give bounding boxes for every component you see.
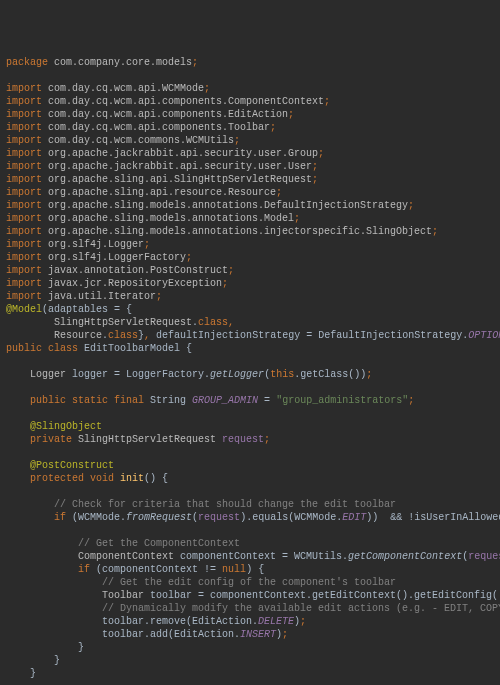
- const-type: String: [150, 395, 186, 406]
- tb-add: toolbar.add(EditAction: [102, 629, 234, 640]
- ann-post: @PostConstruct: [30, 460, 114, 471]
- if1-a: WCMMode: [78, 512, 120, 523]
- tb-chain: componentContext.getEditContext().getEdi…: [210, 590, 500, 601]
- class-sfx-1: class: [198, 317, 228, 328]
- if1-d: EDIT: [342, 512, 366, 523]
- comment-2: // Get the ComponentContext: [78, 538, 240, 549]
- const-mods: public static final: [30, 395, 144, 406]
- pkg-path: com.company.core.models: [54, 57, 192, 68]
- init-mods: protected void: [30, 473, 114, 484]
- dis-pre: DefaultInjectionStrategy: [318, 330, 462, 341]
- delete-const: DELETE: [258, 616, 294, 627]
- logger-factory: LoggerFactory: [126, 369, 204, 380]
- init-name: init: [120, 473, 144, 484]
- if1-b: fromRequest: [126, 512, 192, 523]
- tb-remove: toolbar.remove(EditAction: [102, 616, 252, 627]
- adaptables-label: adaptables: [48, 304, 108, 315]
- gcc: getComponentContext: [348, 551, 462, 562]
- wcmu: WCMUtils: [294, 551, 342, 562]
- cc-name: componentContext: [180, 551, 276, 562]
- cc-type: ComponentContext: [78, 551, 174, 562]
- dis-label: defaultInjectionStrategy: [156, 330, 300, 341]
- adaptable-1: SlingHttpServletRequest: [54, 317, 192, 328]
- class-name: EditToolbarModel: [84, 343, 180, 354]
- comment-3: // Get the edit config of the component'…: [102, 577, 396, 588]
- if1-e: !isUserInAllowedGroup(): [408, 512, 500, 523]
- kw-this: this: [270, 369, 294, 380]
- logger-name: logger: [72, 369, 108, 380]
- if2: componentContext: [102, 564, 198, 575]
- get-class: getClass(): [300, 369, 360, 380]
- comment-4: // Dynamically modify the available edit…: [102, 603, 500, 614]
- if1-req: request: [198, 512, 240, 523]
- tb-type: Toolbar: [102, 590, 144, 601]
- kw-private: private: [30, 434, 72, 445]
- const-name: GROUP_ADMIN: [192, 395, 258, 406]
- class-sfx-2: class: [108, 330, 138, 341]
- imports-a: import com.day.cq.wcm.api.WCMMode; impor…: [6, 83, 438, 263]
- tb-name: toolbar: [150, 590, 192, 601]
- code-block: package com.company.core.models; import …: [6, 57, 500, 685]
- kw-package: package: [6, 57, 48, 68]
- ann-model: @Model: [6, 304, 42, 315]
- get-logger: getLogger: [210, 369, 264, 380]
- const-val: "group_administrators": [276, 395, 408, 406]
- adaptable-2: Resource: [54, 330, 102, 341]
- req-name: request: [222, 434, 264, 445]
- imports-b: import javax.annotation.PostConstruct; i…: [6, 265, 234, 302]
- ann-sling: @SlingObject: [30, 421, 102, 432]
- kw-class: public class: [6, 343, 78, 354]
- if1-c: equals(WCMMode: [252, 512, 336, 523]
- logger-type: Logger: [30, 369, 66, 380]
- req-type: SlingHttpServletRequest: [78, 434, 216, 445]
- comment-1: // Check for criteria that should change…: [54, 499, 396, 510]
- dis-suf: OPTIONAL: [468, 330, 500, 341]
- gcc-req: request: [468, 551, 500, 562]
- neq-1: !=: [204, 564, 216, 575]
- insert-const: INSERT: [240, 629, 276, 640]
- null-1: null: [222, 564, 246, 575]
